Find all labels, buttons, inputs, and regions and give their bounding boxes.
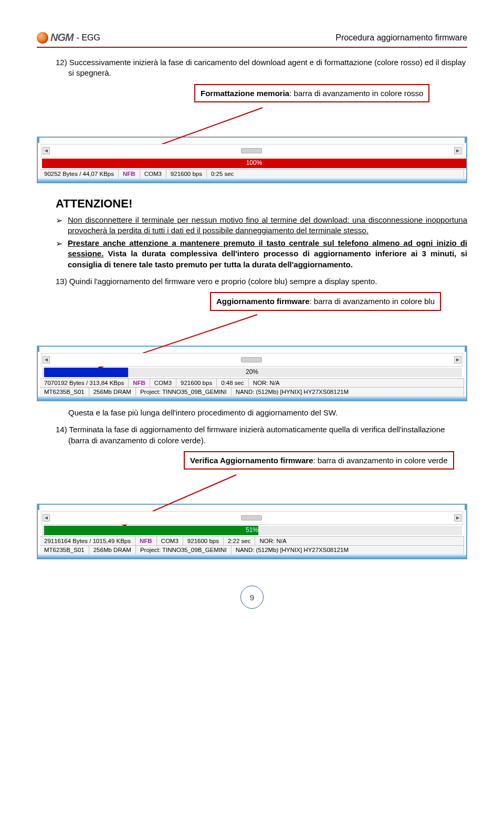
step-number: 12) xyxy=(56,58,67,67)
status-com: COM3 xyxy=(140,170,166,178)
status-time: 2:22 sec xyxy=(224,537,255,545)
status-bps: 921600 bps xyxy=(166,170,207,178)
scroll-left-icon[interactable]: ◄ xyxy=(43,147,50,154)
status-bps: 921600 bps xyxy=(176,379,217,387)
figure-2: ◄ ► 20% 7070192 Bytes / 313,84 KBps NFB … xyxy=(37,346,467,401)
step-number: 13) xyxy=(56,277,67,286)
step-14: 14) Terminata la fase di aggiornamento d… xyxy=(49,424,467,446)
status-time: 0:25 sec xyxy=(207,170,464,178)
status-dram: 256Mb DRAM xyxy=(89,546,136,554)
progress-percent: 100% xyxy=(42,159,466,166)
warning-text-1: Non disconnettere il terminale per nessu… xyxy=(68,215,467,236)
status-com: COM3 xyxy=(150,379,176,387)
callout-bold: Formattazione memoria xyxy=(201,89,289,98)
callout-rest: : barra di avanzamento in colore verde xyxy=(313,456,448,465)
status-bps: 921600 bps xyxy=(183,537,224,545)
progress-track: 51% xyxy=(42,526,462,535)
progress-percent: 20% xyxy=(42,368,462,376)
scroll-left-icon[interactable]: ◄ xyxy=(43,514,50,522)
status-row: 90252 Bytes / 44,07 KBps NFB COM3 921600… xyxy=(40,169,464,178)
figure-1: ◄ ► 100% 90252 Bytes / 44,07 KBps NFB CO… xyxy=(37,137,467,183)
status-time: 0:48 sec xyxy=(217,379,248,387)
progress-track: 20% xyxy=(42,368,462,377)
status-nand: NAND: (512Mb) [HYNIX] HY27XS08121M xyxy=(232,388,464,396)
page-header: NGM - EGG Procedura aggiornamento firmwa… xyxy=(37,32,467,48)
callout-rest: : barra di avanzamento in colore rosso xyxy=(289,89,423,98)
step-12: 12) Successivamente inizierà la fase di … xyxy=(49,57,467,79)
status-dram: 256Mb DRAM xyxy=(89,388,136,396)
scroll-thumb[interactable] xyxy=(241,148,262,153)
status-nor: NOR: N/A xyxy=(249,379,464,387)
page-footer: 9 xyxy=(37,586,467,609)
status-row-2: MT6235B_S01 256Mb DRAM Project: TINNO35_… xyxy=(40,387,464,396)
status-bytes: 7070192 Bytes / 313,84 KBps xyxy=(40,379,129,387)
scroll-thumb[interactable] xyxy=(241,515,262,520)
bullet-icon: ➢ xyxy=(56,238,62,270)
callout-verify-update: Verifica Aggiornamento firmware: barra d… xyxy=(184,451,454,470)
callout-bold: Verifica Aggiornamento firmware xyxy=(190,456,313,465)
status-nor: NOR: N/A xyxy=(255,537,464,545)
scroll-right-icon[interactable]: ► xyxy=(454,147,461,154)
warning-item-1: ➢ Non disconnettere il terminale per nes… xyxy=(56,215,467,236)
status-bytes: 90252 Bytes / 44,07 KBps xyxy=(40,170,119,178)
bullet-icon: ➢ xyxy=(56,215,62,236)
figure-3: ◄ ► 51% 29116164 Bytes / 1015,49 KBps NF… xyxy=(37,504,467,559)
scroll-right-icon[interactable]: ► xyxy=(454,356,461,363)
logo-area: NGM - EGG xyxy=(37,32,100,44)
status-nfb: NFB xyxy=(129,379,150,387)
status-chip: MT6235B_S01 xyxy=(40,388,89,396)
progress-percent: 51% xyxy=(42,526,462,534)
step-13-continuation: Questa e la fase più lunga dell'intero p… xyxy=(49,408,467,418)
warning-list: ➢ Non disconnettere il terminale per nes… xyxy=(56,215,467,270)
scroll-left-icon[interactable]: ◄ xyxy=(43,356,50,363)
status-com: COM3 xyxy=(157,537,183,545)
warning-item-2: ➢ Prestare anche attenzione a mantenere … xyxy=(56,238,467,270)
scroll-thumb[interactable] xyxy=(241,357,262,362)
status-nand: NAND: (512Mb) [HYNIX] HY27XS08121M xyxy=(232,546,464,554)
scroll-right-icon[interactable]: ► xyxy=(454,514,461,522)
status-chip: MT6235B_S01 xyxy=(40,546,89,554)
callout-format-memory: Formattazione memoria: barra di avanzame… xyxy=(194,84,429,103)
status-nfb: NFB xyxy=(135,537,157,545)
status-row-1: 7070192 Bytes / 313,84 KBps NFB COM3 921… xyxy=(40,378,464,387)
page-number: 9 xyxy=(240,586,264,609)
status-project: Project: TINNO35_09B_GEMINI xyxy=(136,546,232,554)
step-13: 13) Quindi l'aggiornamento del firmware … xyxy=(49,276,467,287)
callout-bold: Aggiornamento firmware xyxy=(216,297,310,306)
scroll-area: ◄ ► xyxy=(41,144,463,158)
step-body: Quindi l'aggiornamento del firmware vero… xyxy=(69,277,377,286)
status-row-1: 29116164 Bytes / 1015,49 KBps NFB COM3 9… xyxy=(40,536,464,545)
attention-heading: ATTENZIONE! xyxy=(56,197,467,211)
progress-bar-red: 100% xyxy=(42,159,466,168)
callout-rest: : barra di avanzamento in colore blu xyxy=(310,297,435,306)
logo-icon xyxy=(37,32,48,44)
header-title: Procedura aggiornamento firmware xyxy=(335,33,467,43)
scroll-area: ◄ ► xyxy=(41,511,463,525)
logo-text: NGM xyxy=(50,32,74,44)
warning-text-2: Prestare anche attenzione a mantenere pr… xyxy=(68,238,467,270)
status-nfb: NFB xyxy=(119,170,140,178)
scroll-area: ◄ ► xyxy=(41,353,463,367)
status-bytes: 29116164 Bytes / 1015,49 KBps xyxy=(40,537,135,545)
status-project: Project: TINNO35_09B_GEMINI xyxy=(136,388,232,396)
step-number: 14) xyxy=(56,425,67,434)
header-suffix: - EGG xyxy=(77,33,100,43)
step-body: Terminata la fase di aggiornamento del f… xyxy=(68,425,445,444)
document-page: NGM - EGG Procedura aggiornamento firmwa… xyxy=(0,0,504,630)
step-body: Successivamente inizierà la fase di cari… xyxy=(68,58,466,77)
callout-firmware-update: Aggiornamento firmware: barra di avanzam… xyxy=(210,292,441,311)
status-row-2: MT6235B_S01 256Mb DRAM Project: TINNO35_… xyxy=(40,545,464,554)
